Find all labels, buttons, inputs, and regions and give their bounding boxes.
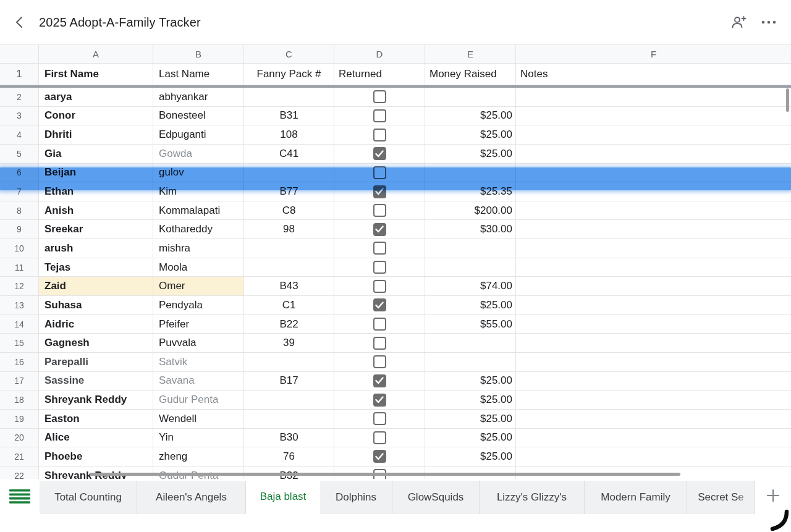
cell-notes[interactable]	[516, 88, 791, 107]
cell-fanny-pack[interactable]: 98	[244, 220, 334, 239]
cell-first-name[interactable]: Zaid	[39, 277, 153, 296]
cell-returned[interactable]	[334, 125, 425, 145]
sheet-tab-lizzy-s-glizzy-s[interactable]: Lizzy's Glizzy's	[480, 481, 585, 514]
cell-money-raised[interactable]: $25.00	[425, 296, 516, 315]
cell-notes[interactable]	[516, 447, 791, 467]
cell-returned[interactable]	[334, 315, 425, 334]
sheet-tab-aileen-s-angels[interactable]: Aileen's Angels	[137, 481, 246, 514]
cell-fanny-pack[interactable]	[244, 391, 334, 410]
cell-first-name[interactable]: Alice	[39, 429, 153, 448]
cell-notes[interactable]	[516, 182, 791, 201]
row-number[interactable]: 16	[0, 353, 39, 372]
sheet-tab-glowsquids[interactable]: GlowSquids	[392, 481, 480, 514]
cell-fanny-pack[interactable]: C1	[244, 296, 334, 315]
cell-notes[interactable]	[516, 315, 791, 334]
cell-fanny-pack[interactable]: C41	[244, 145, 334, 164]
returned-checkbox[interactable]	[373, 109, 386, 122]
cell-first-name[interactable]: Gagnesh	[39, 334, 153, 353]
cell-first-name[interactable]: Anish	[39, 201, 153, 221]
header-notes[interactable]: Notes	[516, 64, 791, 85]
returned-checkbox[interactable]	[373, 450, 386, 463]
cell-fanny-pack[interactable]: B30	[244, 429, 334, 448]
cell-fanny-pack[interactable]	[244, 353, 334, 372]
row-number[interactable]: 6	[0, 164, 39, 183]
cell-fanny-pack[interactable]: 108	[244, 125, 334, 145]
cell-notes[interactable]	[516, 410, 791, 429]
cell-last-name[interactable]: Satvik	[153, 353, 244, 372]
cell-fanny-pack[interactable]	[244, 164, 334, 183]
row-number[interactable]: 22	[0, 467, 39, 479]
cell-returned[interactable]	[334, 201, 425, 221]
cell-money-raised[interactable]: $25.00	[425, 429, 516, 448]
cell-notes[interactable]	[516, 164, 791, 183]
cell-money-raised[interactable]	[425, 164, 516, 183]
row-number[interactable]: 21	[0, 447, 39, 467]
column-letter-C[interactable]: C	[244, 45, 334, 64]
returned-checkbox[interactable]	[373, 242, 386, 255]
cell-returned[interactable]	[334, 220, 425, 239]
cell-first-name[interactable]: Sreekar	[39, 220, 153, 239]
share-button[interactable]	[724, 7, 754, 37]
cell-money-raised[interactable]	[425, 334, 516, 353]
cell-last-name[interactable]: Kothareddy	[153, 220, 244, 239]
cell-last-name[interactable]: Gowda	[153, 145, 244, 164]
header-fanny-pack[interactable]: Fanny Pack #	[244, 64, 334, 85]
returned-checkbox[interactable]	[373, 129, 386, 141]
cell-last-name[interactable]: Bonesteel	[153, 107, 244, 126]
cell-money-raised[interactable]	[425, 239, 516, 258]
column-letter-A[interactable]: A	[39, 45, 153, 64]
cell-returned[interactable]	[334, 258, 425, 277]
cell-money-raised[interactable]	[425, 353, 516, 372]
cell-last-name[interactable]: Wendell	[153, 410, 244, 429]
cell-first-name[interactable]: Suhasa	[39, 296, 153, 315]
row-number[interactable]: 7	[0, 182, 39, 201]
returned-checkbox[interactable]	[373, 318, 386, 331]
cell-returned[interactable]	[334, 164, 425, 183]
cell-money-raised[interactable]: $25.00	[425, 410, 516, 429]
returned-checkbox[interactable]	[373, 261, 386, 274]
cell-money-raised[interactable]: $25.00	[425, 391, 516, 410]
cell-fanny-pack[interactable]: B22	[244, 315, 334, 334]
cell-returned[interactable]	[334, 447, 425, 467]
cell-money-raised[interactable]: $200.00	[425, 201, 516, 221]
cell-returned[interactable]	[334, 372, 425, 391]
cell-returned[interactable]	[334, 296, 425, 315]
add-sheet-button[interactable]	[759, 482, 787, 509]
cell-fanny-pack[interactable]: B17	[244, 372, 334, 391]
cell-last-name[interactable]: Savana	[153, 372, 244, 391]
cell-returned[interactable]	[334, 334, 425, 353]
row-number[interactable]: 19	[0, 410, 39, 429]
cell-first-name[interactable]: Parepalli	[39, 353, 153, 372]
returned-checkbox[interactable]	[373, 280, 386, 293]
sheet-list-button[interactable]	[0, 479, 40, 514]
row-number[interactable]: 5	[0, 145, 39, 164]
row-number[interactable]: 2	[0, 88, 39, 107]
cell-fanny-pack[interactable]	[244, 258, 334, 277]
cell-money-raised[interactable]: $25.00	[425, 125, 516, 145]
cell-notes[interactable]	[516, 107, 791, 126]
returned-checkbox[interactable]	[373, 298, 386, 311]
sheet-tab-baja-blast[interactable]: Baja blast	[246, 479, 320, 514]
cell-first-name[interactable]: Conor	[39, 107, 153, 126]
cell-notes[interactable]	[516, 277, 791, 296]
column-letter-B[interactable]: B	[153, 45, 244, 64]
cell-money-raised[interactable]: $25.00	[425, 145, 516, 164]
returned-checkbox[interactable]	[373, 374, 386, 387]
cell-fanny-pack[interactable]	[244, 410, 334, 429]
cell-returned[interactable]	[334, 410, 425, 429]
cell-last-name[interactable]: mishra	[153, 239, 244, 258]
cell-notes[interactable]	[516, 296, 791, 315]
column-letter-D[interactable]: D	[334, 45, 425, 64]
header-money-raised[interactable]: Money Raised	[425, 64, 516, 85]
cell-last-name[interactable]: gulov	[153, 164, 244, 183]
cell-last-name[interactable]: Pfeifer	[153, 315, 244, 334]
row-number[interactable]: 13	[0, 296, 39, 315]
row-number[interactable]: 14	[0, 315, 39, 334]
returned-checkbox[interactable]	[373, 431, 386, 444]
returned-checkbox[interactable]	[373, 394, 386, 407]
row-number[interactable]: 3	[0, 107, 39, 126]
cell-last-name[interactable]: abhyankar	[153, 88, 244, 107]
cell-fanny-pack[interactable]: B43	[244, 277, 334, 296]
horizontal-scrollbar[interactable]	[90, 473, 680, 476]
cell-money-raised[interactable]: $30.00	[425, 220, 516, 239]
